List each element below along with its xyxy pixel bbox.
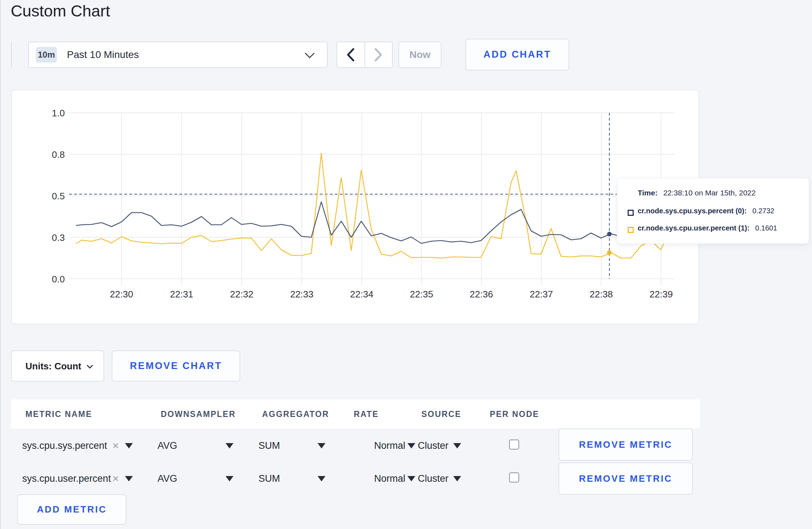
svg-text:22:36: 22:36 [470,289,493,300]
svg-text:0.8: 0.8 [52,149,65,160]
svg-text:22:34: 22:34 [350,289,373,300]
svg-text:22:33: 22:33 [290,289,313,300]
svg-text:22:39: 22:39 [649,289,673,300]
svg-text:22:32: 22:32 [230,289,253,300]
svg-text:1.0: 1.0 [52,108,65,118]
svg-text:22:35: 22:35 [410,289,433,300]
svg-text:0.3: 0.3 [52,232,65,243]
svg-text:22:38: 22:38 [590,289,613,300]
svg-text:22:31: 22:31 [170,289,193,300]
svg-text:22:37: 22:37 [530,289,553,300]
svg-text:22:30: 22:30 [110,289,133,300]
svg-text:0.5: 0.5 [52,191,65,202]
svg-text:0.0: 0.0 [52,274,65,285]
